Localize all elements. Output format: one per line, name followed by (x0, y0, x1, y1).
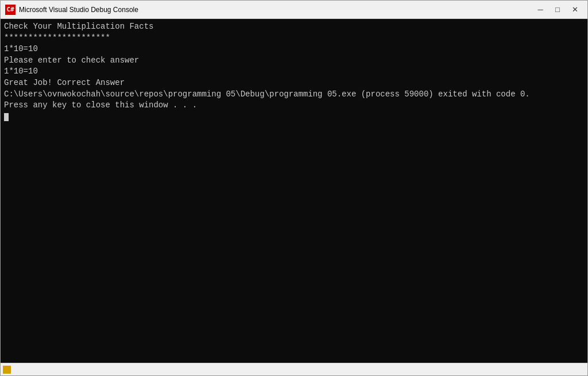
close-button[interactable]: ✕ (567, 3, 583, 16)
console-text-block: Check Your Multiplication Facts ********… (4, 21, 584, 122)
bottom-bar (1, 363, 587, 375)
title-bar: C# Microsoft Visual Studio Debug Console… (1, 1, 587, 19)
app-icon: C# (5, 5, 16, 15)
window-controls: ─ □ ✕ (532, 3, 583, 16)
cursor-blink (4, 113, 9, 121)
app-window: C# Microsoft Visual Studio Debug Console… (0, 0, 588, 376)
minimize-button[interactable]: ─ (532, 3, 548, 16)
console-output: Check Your Multiplication Facts ********… (1, 19, 587, 363)
status-indicator (3, 366, 11, 374)
restore-button[interactable]: □ (550, 3, 566, 16)
window-title: Microsoft Visual Studio Debug Console (19, 6, 532, 14)
